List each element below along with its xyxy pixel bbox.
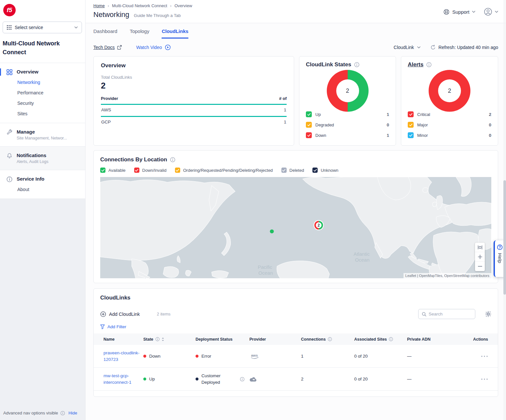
tab-cloudlinks[interactable]: CloudLinks	[162, 28, 188, 39]
cloudlink-scope-dropdown[interactable]: CloudLink	[394, 45, 420, 50]
checkbox-down[interactable]	[306, 132, 312, 138]
sidebar-item-notifications[interactable]: Notifications Alerts, Audit Logs	[0, 151, 85, 166]
map-attribution[interactable]: Leaflet | OpenMapTiles, OpenStreetMap co…	[403, 273, 491, 278]
hide-nav-link[interactable]: Hide	[69, 411, 77, 415]
watch-video-link[interactable]: Watch Video	[136, 44, 171, 50]
cloudlinks-table-card: CloudLinks Add CloudLink 2 items A	[93, 288, 498, 397]
bell-icon	[7, 153, 12, 159]
breadcrumb-service[interactable]: Multi-Cloud Network Connect	[112, 3, 167, 8]
sidebar-item-security[interactable]: Security	[0, 98, 85, 108]
state-dot	[143, 355, 146, 358]
check-icon	[409, 113, 413, 116]
checkbox-available[interactable]	[100, 168, 105, 173]
checkbox-deleted[interactable]	[281, 168, 287, 173]
map-zoom-in-button[interactable]	[475, 252, 485, 262]
sidebar-item-networking[interactable]: Networking	[0, 77, 85, 88]
info-circle-icon[interactable]	[328, 337, 332, 341]
row-actions-menu[interactable]	[481, 355, 488, 357]
map-marker-available[interactable]	[270, 230, 274, 234]
info-circle-icon[interactable]	[155, 337, 160, 341]
tab-topology[interactable]: Topology	[130, 28, 149, 39]
sidebar-item-manage[interactable]: Manage Site Management, Networ...	[0, 127, 85, 142]
support-label: Support	[452, 9, 469, 15]
refresh-button[interactable]: Refresh: Updated 40 min ago	[430, 45, 498, 50]
col-header-actions: Actions	[463, 337, 498, 342]
sidebar-item-performance[interactable]: Performance	[0, 88, 85, 98]
gear-icon[interactable]	[485, 311, 491, 317]
checkbox-down-invalid[interactable]	[134, 168, 139, 173]
info-circle-icon[interactable]	[426, 62, 432, 67]
tech-docs-link[interactable]: Tech Docs	[93, 45, 122, 50]
checkbox-minor[interactable]	[408, 132, 414, 138]
map-zoom-out-button[interactable]	[475, 262, 485, 271]
select-service-dropdown[interactable]: Select service	[3, 22, 82, 33]
provider-count: 1	[284, 107, 286, 112]
scrollbar-thumb[interactable]	[503, 180, 506, 295]
row-actions-menu[interactable]	[481, 378, 488, 380]
legend-label: Down	[315, 133, 383, 138]
checkbox-critical[interactable]	[408, 111, 414, 117]
scrollbar-track[interactable]	[503, 0, 506, 420]
f5-logo[interactable]: f5	[3, 4, 16, 16]
col-header-adn: Private ADN	[407, 337, 463, 342]
atlantic-ocean-label: Atlantic Ocean	[354, 251, 371, 263]
info-circle-icon[interactable]	[389, 337, 393, 341]
main-content: Home Multi-Cloud Network Connect Overvie…	[86, 0, 506, 420]
legend-row-degraded: Degraded 0	[306, 120, 389, 130]
legend-label: Major	[417, 122, 485, 127]
svg-text:aws: aws	[251, 353, 258, 357]
checkbox-degraded[interactable]	[306, 122, 312, 128]
legend-row-major: Major 0	[408, 120, 491, 130]
provider-row: AWS 1	[101, 104, 287, 116]
info-circle-icon[interactable]	[170, 157, 175, 162]
info-circle-icon[interactable]	[354, 62, 359, 67]
checkbox-up[interactable]	[306, 111, 312, 117]
chevron-down-icon	[74, 26, 78, 28]
overview-card: Overview Total CloudLinks 2 Provider # o…	[93, 56, 294, 146]
breadcrumb-overview[interactable]: Overview	[174, 3, 192, 8]
col-header-state[interactable]: State	[143, 337, 196, 342]
breadcrumb-home[interactable]: Home	[93, 3, 105, 8]
alerts-donut-chart[interactable]: 2	[429, 70, 470, 112]
help-tab[interactable]: Help	[494, 240, 505, 277]
info-circle-icon[interactable]	[240, 377, 245, 381]
col-header-label: Connections	[301, 337, 326, 342]
guide-me-link[interactable]: Guide Me Through a Tab	[134, 13, 181, 18]
sidebar-item-overview[interactable]: Overview	[0, 67, 85, 77]
sort-icon[interactable]	[162, 337, 164, 341]
checkbox-major[interactable]	[408, 122, 414, 128]
check-icon	[282, 169, 286, 172]
sidebar-item-sites[interactable]: Sites	[0, 108, 85, 119]
alerts-card-title-link[interactable]: Alerts	[408, 61, 423, 68]
info-circle-icon	[7, 176, 12, 182]
checkbox-unknown[interactable]	[312, 168, 318, 173]
tab-dashboard[interactable]: Dashboard	[93, 28, 117, 39]
sidebar-item-about[interactable]: About	[0, 184, 85, 195]
checkbox-ordering[interactable]	[175, 168, 180, 173]
items-count: 2 items	[157, 312, 170, 316]
map-cluster-marker[interactable]: 2	[314, 220, 324, 230]
filter-unknown: Unknown	[312, 168, 338, 173]
legend-count: 0	[489, 133, 491, 138]
check-icon	[307, 113, 311, 116]
info-circle-icon[interactable]	[60, 411, 65, 415]
cloudlink-name-link[interactable]: praveen-cloudlink-120723	[103, 345, 143, 367]
map-fullscreen-button[interactable]	[475, 243, 485, 252]
cloudlink-name-link[interactable]: mw-test-gcp-interconnect-1	[103, 368, 143, 390]
states-donut-chart[interactable]: 2	[327, 70, 369, 112]
cloudlinks-card-title: CloudLinks	[94, 295, 498, 301]
col-header-label: Associated Sites	[354, 337, 387, 342]
account-menu[interactable]	[484, 8, 498, 16]
map-controls	[475, 243, 485, 271]
states-card-title: CloudLink States	[306, 61, 351, 68]
world-map[interactable]: Pacific Ocean Atlantic Ocean	[100, 177, 491, 278]
support-menu[interactable]: Support	[443, 9, 475, 15]
nav-section-service-info: Service Info About	[0, 170, 85, 199]
search-input[interactable]	[429, 312, 472, 316]
sidebar-item-service-info[interactable]: Service Info	[0, 174, 85, 184]
add-cloudlink-button[interactable]: Add CloudLink	[100, 311, 140, 317]
sidebar-item-subtitle: Site Management, Networ...	[17, 136, 67, 140]
add-filter-button[interactable]: Add Filter	[94, 324, 498, 329]
check-icon	[307, 134, 311, 137]
connections-cell: 2	[301, 377, 354, 381]
